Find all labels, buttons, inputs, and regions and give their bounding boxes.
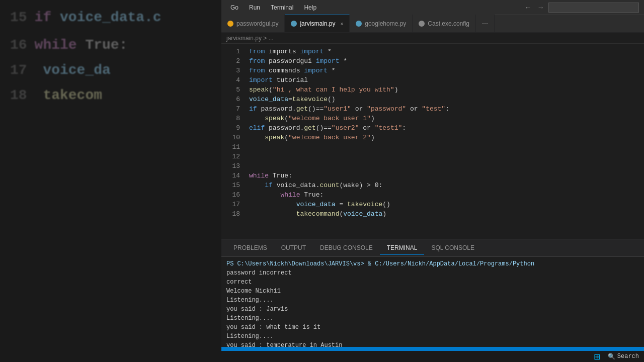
terminal-line-2: correct: [226, 278, 639, 287]
terminal-line-5: you said : Jarvis: [226, 305, 639, 314]
background-panel: 15if voice_data.c 16while True: 17 voice…: [0, 0, 221, 362]
code-line-6: voice_data=takevoice(): [249, 95, 644, 104]
code-line-3: from commands import *: [249, 66, 644, 75]
tab-label-castconfig: Cast.exe.config: [428, 20, 469, 27]
close-tab-button[interactable]: ×: [340, 21, 343, 27]
terminal-tab-bar: PROBLEMS OUTPUT DEBUG CONSOLE TERMINAL S…: [221, 239, 644, 257]
vscode-editor: Go Run Terminal Help ← → passwordgui.py …: [221, 0, 644, 362]
code-line-14: while True:: [249, 171, 644, 180]
search-label: Search: [617, 353, 639, 360]
code-line-11: [249, 142, 644, 152]
tab-label-passwordgui: passwordgui.py: [236, 20, 278, 27]
tab-jarvismain[interactable]: jarvismain.py ×: [285, 15, 350, 32]
terminal-line-1: password incorrect: [226, 268, 639, 278]
status-bar: ⊞ 🔍 Search: [221, 351, 644, 362]
progress-bar: [221, 347, 644, 351]
file-icon-castconfig: [419, 21, 425, 27]
menu-go[interactable]: Go: [226, 3, 243, 13]
nav-back-button[interactable]: ←: [523, 3, 533, 13]
tab-bar: passwordgui.py jarvismain.py × googlehom…: [221, 15, 644, 33]
status-search[interactable]: 🔍 Search: [608, 353, 639, 360]
line-numbers: 123456789101112131415161718: [221, 44, 244, 239]
file-icon-jarvismain: [291, 21, 297, 27]
code-line-1: from imports import *: [249, 47, 644, 56]
code-line-5: speak("hi , what can I help you with"): [249, 85, 644, 95]
code-line-16: while True:: [249, 190, 644, 200]
search-icon: 🔍: [608, 353, 615, 360]
terminal-line-8: Listening....: [226, 332, 639, 341]
terminal-line-7: you said : what time is it: [226, 323, 639, 332]
breadcrumb-text: jarvismain.py > ...: [226, 35, 274, 42]
tab-label-extra: ⋯: [482, 20, 488, 27]
file-icon-passwordgui: [227, 21, 233, 27]
nav-forward-button[interactable]: →: [536, 3, 546, 13]
code-line-8: speak("welcome back user 1"): [249, 114, 644, 123]
code-line-18: takecommand(voice_data): [249, 209, 644, 219]
code-line-15: if voice_data.count(wake) > 0:: [249, 180, 644, 190]
nav-buttons: ← →: [523, 3, 639, 13]
code-line-9: elif password.get()=="user2" or "test1":: [249, 123, 644, 133]
code-line-4: import tutorial: [249, 75, 644, 85]
menu-run[interactable]: Run: [245, 3, 264, 13]
file-icon-googlehome: [356, 21, 362, 27]
terminal-tab-problems[interactable]: PROBLEMS: [226, 241, 274, 254]
windows-logo-item: ⊞: [594, 352, 600, 361]
terminal-line-9: you said : temperature in Austin: [226, 341, 639, 347]
terminal-output[interactable]: PS C:\Users\Nickh\Downloads\JARVIS\vs> &…: [221, 257, 644, 347]
menu-bar: Go Run Terminal Help ← →: [221, 0, 644, 15]
terminal-line-6: Listening....: [226, 314, 639, 323]
menu-help[interactable]: Help: [300, 3, 320, 13]
code-line-7: if password.get()=="user1" or "password"…: [249, 104, 644, 114]
windows-logo-icon: ⊞: [594, 352, 600, 361]
terminal-line-0: PS C:\Users\Nickh\Downloads\JARVIS\vs> &…: [226, 259, 639, 268]
tab-googlehome[interactable]: googlehome.py: [350, 15, 413, 32]
code-line-2: from passwordgui import *: [249, 56, 644, 66]
tab-label-googlehome: googlehome.py: [365, 20, 406, 27]
code-editor[interactable]: from imports import *from passwordgui im…: [244, 44, 644, 239]
tab-castconfig[interactable]: Cast.exe.config: [413, 15, 476, 32]
terminal-line-3: Welcome Nickhi1: [226, 287, 639, 296]
terminal-tab-terminal[interactable]: TERMINAL: [380, 241, 425, 255]
terminal-tab-sql[interactable]: SQL CONSOLE: [424, 241, 481, 254]
search-input[interactable]: [548, 3, 639, 13]
terminal-panel: PROBLEMS OUTPUT DEBUG CONSOLE TERMINAL S…: [221, 239, 644, 347]
terminal-tab-debug[interactable]: DEBUG CONSOLE: [313, 241, 380, 254]
menu-terminal[interactable]: Terminal: [267, 3, 297, 13]
breadcrumb: jarvismain.py > ...: [221, 33, 644, 44]
code-line-17: voice_data = takevoice(): [249, 200, 644, 209]
tab-passwordgui[interactable]: passwordgui.py: [221, 15, 285, 32]
code-line-13: [249, 161, 644, 171]
tab-label-jarvismain: jarvismain.py: [300, 20, 335, 27]
editor-area: 123456789101112131415161718 from imports…: [221, 44, 644, 239]
terminal-tab-output[interactable]: OUTPUT: [274, 241, 313, 254]
code-line-12: [249, 152, 644, 161]
terminal-line-4: Listening....: [226, 296, 639, 305]
tab-extra[interactable]: ⋯: [476, 15, 495, 32]
code-line-10: speak("welcome back user 2"): [249, 133, 644, 142]
